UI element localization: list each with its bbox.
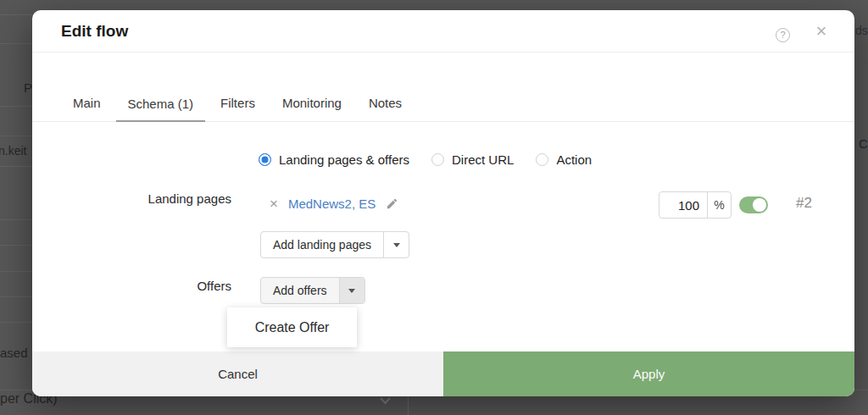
add-offers-dropdown-menu: Create Offer [227,307,357,347]
tab-main[interactable]: Main [61,96,113,121]
radio-label: Direct URL [452,152,514,167]
radio-direct-url[interactable]: Direct URL [431,152,514,167]
screen: P n.keit ased per Click) ds C Edit flow … [0,0,868,415]
bg-text-fragment: n.keit [0,144,26,158]
radio-unselected-icon[interactable] [536,153,548,166]
remove-landing-page-icon[interactable]: × [270,196,278,211]
bg-row-divider [0,219,32,220]
add-offers-button[interactable]: Add offers [261,278,339,303]
bg-row-divider [0,322,32,323]
radio-landing-pages-offers[interactable]: Landing pages & offers [259,152,409,167]
tab-filters[interactable]: Filters [209,96,267,121]
add-offers-split-button: Add offers [260,277,365,304]
weight-input[interactable] [659,192,707,218]
add-offers-caret[interactable] [339,278,364,303]
edit-pencil-icon[interactable] [386,197,398,210]
landing-page-link[interactable]: MedNews2, ES [288,196,376,211]
radio-label: Landing pages & offers [279,152,409,167]
tab-schema[interactable]: Schema (1) [116,97,206,122]
landing-pages-label: Landing pages [32,191,231,206]
weight-input-group: % [659,191,732,219]
bg-text-fragment: ds [855,24,868,37]
caret-down-icon [348,289,355,293]
offers-label: Offers [32,279,231,293]
tabs-bar: Main Schema (1) Filters Monitoring Notes [32,53,854,122]
add-landing-pages-button[interactable]: Add landing pages [261,232,383,257]
bg-row-divider [0,43,32,44]
bg-text-fragment: C [859,136,868,151]
apply-button[interactable]: Apply [443,351,854,396]
bg-row-divider [0,166,32,167]
weight-unit-label: % [707,192,731,218]
help-icon[interactable]: ? [776,28,790,42]
landing-page-enabled-toggle[interactable] [739,196,768,213]
schema-tab-content: Landing pages & offers Direct URL Action… [32,122,854,351]
modal-footer: Cancel Apply [32,351,854,396]
toggle-knob [753,198,766,212]
bg-text-fragment: P [24,80,32,95]
radio-selected-icon[interactable] [259,153,271,166]
close-icon[interactable]: × [811,21,832,42]
modal-header: Edit flow ? × [32,10,854,53]
radio-label: Action [556,152,592,167]
menu-item-create-offer[interactable]: Create Offer [227,307,357,347]
bg-text-fragment: ased [0,346,28,360]
bg-row-divider [0,106,32,107]
bg-row-divider [0,14,32,15]
tab-notes[interactable]: Notes [357,96,414,121]
caret-down-icon [393,243,400,247]
radio-action[interactable]: Action [536,152,592,167]
bg-row-divider [0,271,32,272]
add-landing-pages-split-button: Add landing pages [260,231,409,258]
bg-row-divider [0,136,32,136]
landing-page-item: × MedNews2, ES [270,196,398,211]
radio-unselected-icon[interactable] [431,153,444,166]
bg-row-divider [0,245,32,246]
edit-flow-modal: Edit flow ? × Main Schema (1) Filters Mo… [32,10,854,396]
destination-type-radios: Landing pages & offers Direct URL Action [259,152,592,167]
add-landing-pages-caret[interactable] [383,232,409,257]
cancel-button[interactable]: Cancel [32,351,443,396]
modal-title: Edit flow [61,10,128,53]
tab-monitoring[interactable]: Monitoring [270,96,353,121]
bg-row-divider [0,296,32,297]
flow-index-badge: #2 [796,195,812,212]
